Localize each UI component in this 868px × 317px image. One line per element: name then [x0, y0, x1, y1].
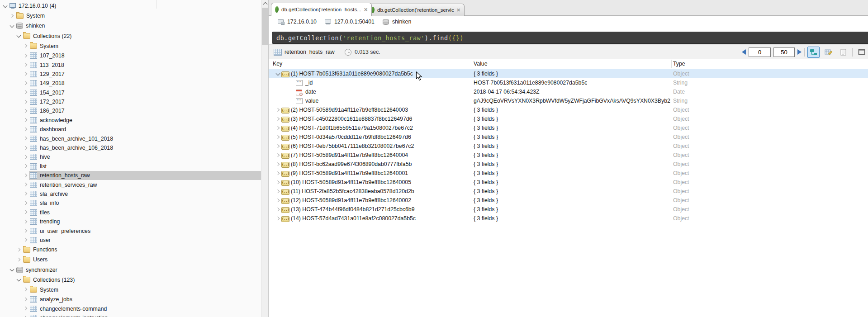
table-row[interactable]: (1) HOST-7b0513f631a011e889e9080027da5b5… [269, 69, 868, 78]
tree-chevron-icon[interactable] [22, 71, 29, 77]
tree-chevron-icon[interactable] [22, 237, 29, 243]
header-key[interactable]: Key [273, 59, 282, 69]
tree-chevron-icon[interactable] [22, 89, 29, 96]
tree-chevron-icon[interactable] [22, 126, 29, 133]
tree-chevron-icon[interactable] [15, 276, 22, 283]
table-row[interactable]: date 2018-04-17 06:54:34.423Z Date [269, 87, 868, 96]
header-type[interactable]: Type [673, 59, 685, 69]
tree-chevron-icon[interactable] [22, 296, 29, 303]
tree-item[interactable]: Users [0, 255, 261, 265]
tree-item[interactable]: tiles [0, 208, 261, 217]
tree-chevron-icon[interactable] [22, 227, 29, 234]
table-row[interactable]: (3) HOST-c45022800c1611e88837f8bc126497d… [269, 114, 868, 123]
tree-item[interactable]: changeelements-command [0, 304, 261, 313]
tree-chevron-icon[interactable] [22, 200, 29, 207]
row-chevron-icon[interactable] [275, 125, 281, 132]
tree-item[interactable]: analyze_jobs [0, 295, 261, 304]
tree-item[interactable]: shinken [0, 21, 261, 31]
tree-chevron-icon[interactable] [22, 218, 29, 225]
table-row[interactable]: (7) HOST-50589d91a4ff11e7b9eff8bc1264000… [269, 151, 868, 160]
table-row[interactable]: (6) HOST-0eb75bb0417111e8b321080027be67c… [269, 142, 868, 151]
tree-chevron-icon[interactable] [22, 62, 29, 68]
tree-chevron-icon[interactable] [15, 246, 22, 253]
tree-item[interactable]: trending [0, 217, 261, 226]
tree-mode-button[interactable] [807, 47, 820, 58]
column-separator[interactable] [472, 60, 472, 68]
tree-chevron-icon[interactable] [22, 52, 29, 59]
tree-chevron-icon[interactable] [22, 209, 29, 216]
tree-item[interactable]: acknowledge [0, 116, 261, 125]
page-prev-icon[interactable] [742, 49, 746, 55]
tree-item[interactable]: sla_archive [0, 189, 261, 199]
tree-item[interactable]: System [0, 11, 261, 21]
tree-item[interactable]: System [0, 41, 261, 51]
table-mode-button[interactable] [822, 47, 835, 58]
table-row[interactable]: (8) HOST-bc62aad99e674306890dab0777fbfa5… [269, 160, 868, 169]
tree-item[interactable]: has_been_archive_101_2018 [0, 134, 261, 143]
row-chevron-icon[interactable] [275, 143, 281, 150]
tree-item[interactable]: System [0, 285, 261, 295]
tab-close-icon[interactable]: ✕ [456, 7, 460, 13]
new-window-button[interactable] [855, 47, 868, 58]
row-chevron-icon[interactable] [275, 161, 281, 168]
row-chevron-icon[interactable] [275, 170, 281, 177]
table-row[interactable]: (11) HOST-2fa852b5fcac42838eaba0578d120d… [269, 187, 868, 196]
tree-item[interactable]: changeelements-instruction [0, 313, 261, 317]
page-next-icon[interactable] [797, 49, 802, 55]
row-chevron-icon[interactable] [275, 206, 281, 213]
tree-item[interactable]: retention_hosts_raw [0, 171, 261, 180]
tree-chevron-icon[interactable] [22, 181, 29, 188]
row-chevron-icon[interactable] [275, 197, 281, 204]
tree-item[interactable]: Functions [0, 245, 261, 255]
tree-chevron-icon[interactable] [22, 135, 29, 142]
tab-close-icon[interactable]: ✕ [364, 7, 368, 12]
tree-chevron-icon[interactable] [22, 305, 29, 312]
tree-chevron-icon[interactable] [22, 145, 29, 151]
row-chevron-icon[interactable] [275, 98, 281, 104]
tree-chevron-icon[interactable] [22, 315, 29, 317]
tree-item[interactable]: user [0, 236, 261, 245]
header-value[interactable]: Value [474, 59, 488, 69]
row-chevron-icon[interactable] [275, 71, 281, 77]
table-row[interactable]: (14) HOST-57d4ad7431a011e8af2c080027da5b… [269, 214, 868, 223]
row-chevron-icon[interactable] [275, 134, 281, 141]
tab-retention-services[interactable]: db.getCollection('retention_servic... ✕ [367, 4, 465, 16]
tree-item[interactable]: 154_2017 [0, 88, 261, 97]
tree-item[interactable]: 107_2018 [0, 51, 261, 60]
tree-chevron-icon[interactable] [22, 163, 29, 170]
tree-item[interactable]: ui_user_preferences [0, 226, 261, 235]
tree-chevron-icon[interactable] [22, 43, 29, 49]
tree-item[interactable]: Collections (22) [0, 31, 261, 41]
tree-chevron-icon[interactable] [22, 172, 29, 179]
tree-item[interactable]: has_been_archive_106_2018 [0, 143, 261, 152]
tab-retention-hosts[interactable]: db.getCollection('retention_hosts... ✕ [271, 3, 372, 16]
skip-input[interactable] [749, 47, 771, 57]
table-row[interactable]: (10) HOST-50589d91a4ff11e7b9eff8bc126400… [269, 178, 868, 187]
row-chevron-icon[interactable] [275, 152, 281, 159]
scroll-up-button[interactable] [261, 0, 269, 7]
row-chevron-icon[interactable] [275, 215, 281, 222]
table-row[interactable]: (4) HOST-71d0f1b6559511e79a15080027be67c… [269, 123, 868, 132]
tree-chevron-icon[interactable] [9, 266, 15, 273]
tree-item[interactable]: retention_services_raw [0, 180, 261, 189]
row-chevron-icon[interactable] [275, 116, 281, 123]
table-row[interactable]: (5) HOST-0d34a570cddd11e7b9fdf8bc126497d… [269, 132, 868, 142]
sidebar-scrollbar[interactable] [261, 0, 269, 317]
table-row[interactable]: _id HOST-7b0513f631a011e889e9080027da5b5… [269, 78, 868, 87]
tree-chevron-icon[interactable] [22, 108, 29, 114]
tree-item[interactable]: sla_info [0, 199, 261, 208]
tree-item[interactable]: 129_2017 [0, 70, 261, 79]
column-separator[interactable] [671, 60, 672, 68]
tree-item[interactable]: 172.16.0.10 (4) [0, 1, 261, 11]
tree-item[interactable]: 172_2017 [0, 97, 261, 106]
row-chevron-icon[interactable] [275, 89, 281, 95]
query-editor[interactable]: db.getCollection('retention_hosts_raw').… [272, 32, 868, 44]
tree-chevron-icon[interactable] [22, 99, 29, 105]
table-row[interactable]: value gAJ9cQEoVRVsYXN0X3RpbWVfdW5yZWFjaG… [269, 96, 868, 105]
table-row[interactable]: (12) HOST-50589d91a4ff11e7b9eff8bc126400… [269, 196, 868, 205]
table-row[interactable]: (9) HOST-50589d91a4ff11e7b9eff8bc1264000… [269, 169, 868, 178]
tree-chevron-icon[interactable] [15, 256, 22, 263]
tree-chevron-icon[interactable] [22, 117, 29, 123]
table-row[interactable]: (2) HOST-50589d91a4ff11e7b9eff8bc1264000… [269, 105, 868, 114]
tree-item[interactable]: 149_2018 [0, 79, 261, 88]
